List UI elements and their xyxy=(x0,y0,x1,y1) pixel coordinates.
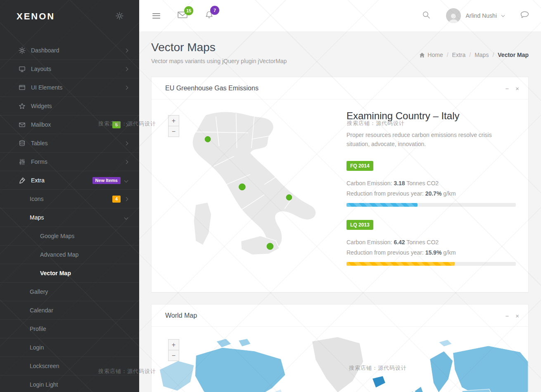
chevron-down-icon xyxy=(124,215,128,220)
sidebar-item-label: Extra xyxy=(31,177,93,184)
sidebar-item-label: Calendar xyxy=(30,307,128,314)
sidebar-item-layouts[interactable]: Layouts xyxy=(0,60,139,78)
sidebar-item-label: Lockscreen xyxy=(30,363,128,369)
emissions-panel-header: EU Greenhouse Gas Emissions − × xyxy=(152,77,528,99)
sidebar-item-icons[interactable]: Icons 4 xyxy=(0,190,139,208)
sidebar-toggle-button[interactable] xyxy=(152,12,160,20)
brush-icon xyxy=(19,177,31,184)
breadcrumb-home[interactable]: Home xyxy=(419,52,443,58)
minimize-icon[interactable]: − xyxy=(505,313,509,319)
sidebar-item-label: Gallery xyxy=(30,288,128,295)
close-icon[interactable]: × xyxy=(515,85,519,92)
sidebar-item-tables[interactable]: Tables xyxy=(0,134,139,153)
sidebar-item-label: Google Maps xyxy=(40,233,128,239)
country-heading: Examining Country – Italy xyxy=(346,110,516,122)
main-area: 15 7 Arlind Nushi Vecto xyxy=(139,0,541,392)
settings-gear-icon[interactable] xyxy=(116,12,123,21)
brand-logo: XENON xyxy=(17,11,116,22)
progress-fill xyxy=(346,262,455,266)
zoom-out-button[interactable]: − xyxy=(168,126,179,137)
sidebar-item-mailbox[interactable]: Mailbox 5 xyxy=(0,116,139,134)
page-subtitle: Vector maps variants using jQuery plugin… xyxy=(151,58,287,64)
window-icon xyxy=(19,84,31,91)
sidebar-item-label: Login xyxy=(30,344,128,351)
zoom-out-button[interactable]: − xyxy=(168,350,179,361)
country-info: Examining Country – Italy Proper resourc… xyxy=(331,108,516,279)
sidebar-item-ui-elements[interactable]: UI Elements xyxy=(0,78,139,97)
close-icon[interactable]: × xyxy=(515,313,519,319)
mail-button[interactable]: 15 xyxy=(178,11,187,20)
breadcrumb-maps[interactable]: Maps xyxy=(475,52,489,58)
sidebar-menu: Dashboard Layouts UI Elements Widgets Ma… xyxy=(0,33,139,392)
panel-title: World Map xyxy=(165,312,505,319)
zoom-in-button[interactable]: + xyxy=(168,339,179,350)
star-icon xyxy=(19,103,31,110)
sidebar-item-login-light[interactable]: Login Light xyxy=(0,375,139,392)
search-icon xyxy=(422,11,430,19)
map-marker xyxy=(205,137,211,142)
emissions-panel: EU Greenhouse Gas Emissions − × + − xyxy=(151,77,529,293)
italy-vector-map[interactable]: + − xyxy=(166,108,331,279)
map-marker xyxy=(239,184,245,190)
sidebar-item-label: Layouts xyxy=(31,66,125,72)
reduction-line: Reduction from previous year: 20.7% g/km xyxy=(346,190,516,197)
world-map-svg xyxy=(152,334,528,392)
emission-line: Carbon Emission: 6.42 Tonnes CO2 xyxy=(346,239,516,246)
reduction-line: Reduction from previous year: 15.9% g/km xyxy=(346,249,516,256)
chevron-right-icon xyxy=(124,48,128,52)
minimize-icon[interactable]: − xyxy=(505,85,509,92)
user-menu[interactable]: Arlind Nushi xyxy=(446,8,504,23)
emission-line: Carbon Emission: 3.18 Tonnes CO2 xyxy=(346,180,516,187)
sidebar-item-label: Advanced Map xyxy=(40,251,128,258)
sidebar-item-lockscreen[interactable]: Lockscreen xyxy=(0,357,139,375)
user-name: Arlind Nushi xyxy=(466,12,497,19)
period-badge: LQ 2013 xyxy=(346,220,373,230)
sidebar-item-google-maps[interactable]: Google Maps xyxy=(0,227,139,246)
sidebar-item-widgets[interactable]: Widgets xyxy=(0,97,139,116)
map-zoom-controls: + − xyxy=(168,115,179,137)
country-description: Proper resources reduce carbon emissions… xyxy=(346,131,499,149)
zoom-in-button[interactable]: + xyxy=(168,115,179,126)
world-map-body[interactable]: + − xyxy=(152,327,528,392)
sidebar-item-label: Forms xyxy=(31,158,125,165)
sidebar-item-maps[interactable]: Maps xyxy=(0,208,139,227)
chat-icon xyxy=(520,11,529,19)
chevron-right-icon xyxy=(124,67,128,71)
topbar: 15 7 Arlind Nushi xyxy=(139,0,541,31)
monitor-icon xyxy=(19,66,31,73)
envelope-icon xyxy=(19,121,31,128)
page-header: Vector Maps Vector maps variants using j… xyxy=(139,31,541,77)
map-marker xyxy=(286,195,292,201)
breadcrumb-extra[interactable]: Extra xyxy=(452,52,466,58)
sidebar-item-label: Login Light xyxy=(30,381,128,388)
chat-button[interactable] xyxy=(520,11,529,21)
database-icon xyxy=(19,140,31,147)
sidebar-item-login[interactable]: Login xyxy=(0,338,139,357)
sidebar-item-label: Vector Map xyxy=(40,270,128,276)
progress-bar xyxy=(346,262,516,266)
sidebar-item-advanced-map[interactable]: Advanced Map xyxy=(0,246,139,264)
sidebar-item-gallery[interactable]: Gallery xyxy=(0,283,139,301)
sidebar-item-label: Tables xyxy=(31,140,125,146)
sidebar-item-calendar[interactable]: Calendar xyxy=(0,301,139,320)
notifications-button[interactable]: 7 xyxy=(205,11,214,21)
new-items-badge: New Items xyxy=(93,177,121,184)
avatar xyxy=(446,8,461,23)
sliders-icon xyxy=(19,158,31,165)
sidebar-item-label: Icons xyxy=(30,196,112,202)
notification-count-badge: 7 xyxy=(210,6,219,15)
sidebar-item-profile[interactable]: Profile xyxy=(0,320,139,338)
sidebar-item-label: Maps xyxy=(30,214,125,221)
sidebar-header: XENON xyxy=(0,0,139,33)
sidebar-item-forms[interactable]: Forms xyxy=(0,153,139,171)
chevron-right-icon xyxy=(124,160,128,164)
sidebar-item-vector-map[interactable]: Vector Map xyxy=(0,264,139,283)
sidebar-item-extra[interactable]: Extra New Items xyxy=(0,171,139,190)
sidebar-item-dashboard[interactable]: Dashboard xyxy=(0,41,139,60)
chevron-right-icon xyxy=(124,123,128,127)
world-map-panel: World Map − × + − xyxy=(151,304,529,392)
map-zoom-controls: + − xyxy=(168,339,179,361)
world-panel-header: World Map − × xyxy=(152,305,528,327)
stat-block-lq2013: LQ 2013 Carbon Emission: 6.42 Tonnes CO2… xyxy=(346,220,516,266)
search-button[interactable] xyxy=(422,11,430,21)
